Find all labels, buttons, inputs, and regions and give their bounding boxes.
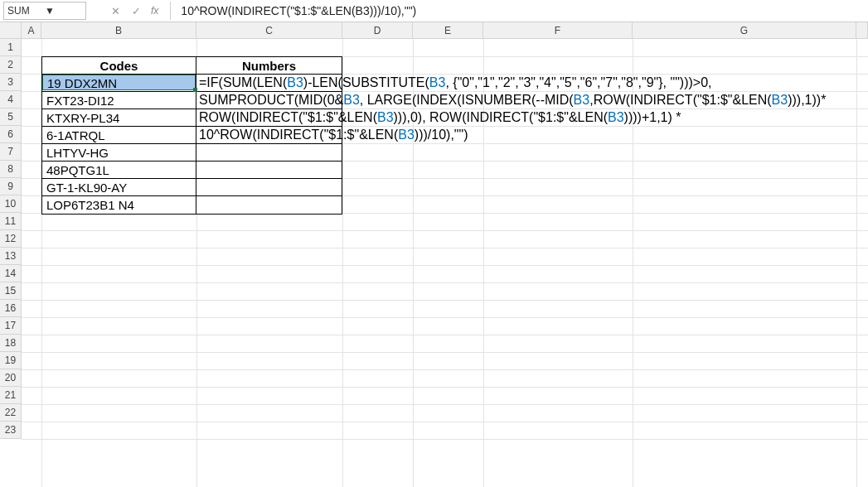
table-row: LOP6T23B1 N4 <box>42 196 342 214</box>
row-header-4[interactable]: 4 <box>0 91 22 108</box>
formula-overflow-line: =IF(SUM(LEN(B3)-LEN(SUBSTITUTE(B3, {"0",… <box>199 74 711 91</box>
row-header-14[interactable]: 14 <box>0 265 22 282</box>
table-row: GT-1-KL90-AY <box>42 179 342 196</box>
spreadsheet-grid[interactable]: ABCDEFG 12345678910111213141516171819202… <box>0 22 868 39</box>
column-header-g[interactable]: G <box>633 22 856 38</box>
table-cell-number[interactable] <box>196 144 342 161</box>
column-header-e[interactable]: E <box>413 22 483 38</box>
row-header-5[interactable]: 5 <box>0 108 22 126</box>
row-header-13[interactable]: 13 <box>0 248 22 265</box>
table-cell-code[interactable]: LHTYV-HG <box>42 144 196 161</box>
row-headers: 1234567891011121314151617181920212223 <box>0 39 22 439</box>
column-header-b[interactable]: B <box>41 22 196 38</box>
active-cell[interactable]: 19 DDX2MN <box>42 75 196 90</box>
formula-bar[interactable]: 10^ROW(INDIRECT("$1:$"&LEN(B3)))/10),"") <box>170 2 868 20</box>
column-header-extra <box>856 22 868 38</box>
table-cell-code[interactable]: FXT23-DI12 <box>42 92 196 108</box>
row-header-23[interactable]: 23 <box>0 422 22 439</box>
enter-icon[interactable]: ✓ <box>132 5 141 17</box>
table-cell-code[interactable]: KTXRY-PL34 <box>42 109 196 126</box>
column-header-a[interactable]: A <box>22 22 41 38</box>
formula-bar-row: SUM ▼ ✕ ✓ fx 10^ROW(INDIRECT("$1:$"&LEN(… <box>0 0 868 22</box>
table-cell-code[interactable]: 6-1ATRQL <box>42 127 196 143</box>
table-cell-number[interactable] <box>196 179 342 195</box>
row-header-3[interactable]: 3 <box>0 74 22 91</box>
row-header-6[interactable]: 6 <box>0 126 22 143</box>
row-header-10[interactable]: 10 <box>0 195 22 213</box>
column-header-f[interactable]: F <box>483 22 633 38</box>
row-header-9[interactable]: 9 <box>0 178 22 195</box>
table-header: Codes <box>42 57 196 74</box>
row-header-7[interactable]: 7 <box>0 143 22 161</box>
fill-handle[interactable] <box>193 88 197 92</box>
row-header-15[interactable]: 15 <box>0 282 22 300</box>
name-box-text: SUM <box>7 5 45 17</box>
formula-overflow-line: ROW(INDIRECT("$1:$"&LEN(B3))),0), ROW(IN… <box>199 108 681 126</box>
select-all-corner[interactable] <box>0 22 22 39</box>
row-header-11[interactable]: 11 <box>0 213 22 230</box>
name-box[interactable]: SUM ▼ <box>3 2 86 20</box>
cancel-icon[interactable]: ✕ <box>111 5 120 17</box>
table-cell-number[interactable] <box>196 162 342 178</box>
row-header-16[interactable]: 16 <box>0 300 22 317</box>
column-header-d[interactable]: D <box>342 22 413 38</box>
table-cell-code[interactable]: LOP6T23B1 N4 <box>42 196 196 214</box>
row-header-1[interactable]: 1 <box>0 39 22 56</box>
row-header-20[interactable]: 20 <box>0 369 22 387</box>
table-row: LHTYV-HG <box>42 144 342 162</box>
table-cell-code[interactable]: 48PQTG1L <box>42 162 196 178</box>
row-header-8[interactable]: 8 <box>0 161 22 178</box>
column-headers: ABCDEFG <box>0 22 868 39</box>
row-header-17[interactable]: 17 <box>0 317 22 335</box>
row-header-18[interactable]: 18 <box>0 335 22 352</box>
row-header-2[interactable]: 2 <box>0 56 22 74</box>
table-header: Numbers <box>196 57 342 74</box>
formula-overflow-line: SUMPRODUCT(MID(0&B3, LARGE(INDEX(ISNUMBE… <box>199 91 826 108</box>
formula-bar-text: 10^ROW(INDIRECT("$1:$"&LEN(B3)))/10),"") <box>181 4 416 17</box>
table-cell-number[interactable] <box>196 196 342 214</box>
row-header-12[interactable]: 12 <box>0 230 22 248</box>
row-header-21[interactable]: 21 <box>0 387 22 404</box>
table-cell-code[interactable]: GT-1-KL90-AY <box>42 179 196 195</box>
fx-icon[interactable]: fx <box>151 5 158 17</box>
formula-overflow-line: 10^ROW(INDIRECT("$1:$"&LEN(B3)))/10),"") <box>199 126 468 143</box>
chevron-down-icon[interactable]: ▼ <box>45 5 82 17</box>
row-header-19[interactable]: 19 <box>0 352 22 369</box>
row-header-22[interactable]: 22 <box>0 404 22 422</box>
column-header-c[interactable]: C <box>196 22 342 38</box>
table-row: 48PQTG1L <box>42 162 342 179</box>
